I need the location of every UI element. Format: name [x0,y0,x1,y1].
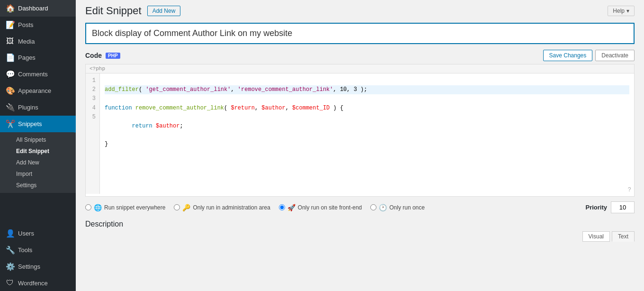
posts-icon: 📝 [6,20,14,29]
clock-icon: 🕐 [379,204,387,211]
text-tab-button[interactable]: Text [612,231,635,242]
code-header: Code PHP Save Changes Deactivate [85,50,635,61]
priority-section: Priority [585,201,635,213]
code-content[interactable]: add_filter( 'get_comment_author_link', '… [100,73,634,194]
code-label: Code PHP [85,52,120,59]
run-option-frontend[interactable]: 🚀 Only run on site front-end [279,204,362,211]
help-label: Help [613,8,625,14]
pages-icon: 📄 [6,53,14,62]
priority-input[interactable] [611,201,635,213]
sidebar-item-dashboard[interactable]: 🏠 Dashboard [0,0,76,17]
tools-icon: 🔧 [6,246,14,255]
sidebar-item-appearance[interactable]: 🎨 Appearance [0,82,76,99]
rocket-icon: 🚀 [287,204,295,211]
sidebar-item-pages[interactable]: 📄 Pages [0,49,76,66]
sidebar-item-wordfence[interactable]: 🛡 Wordfence [0,275,76,291]
code-editor[interactable]: <?php 1 2 3 4 5 add_filter( 'get_comment… [85,64,635,197]
help-button[interactable]: Help ▾ [608,6,635,16]
globe-icon: 🌐 [94,204,102,211]
code-line-2: function remove_comment_author_link( $re… [105,104,629,113]
run-option-admin[interactable]: 🔑 Only run in administration area [174,204,270,211]
comments-icon: 💬 [6,70,14,79]
sidebar-item-label: Appearance [18,87,51,94]
sidebar-item-tools[interactable]: 🔧 Tools [0,242,76,258]
code-line-3: return $author; [105,122,629,131]
media-icon: 🖼 [6,37,14,45]
deactivate-button[interactable]: Deactivate [595,50,635,61]
code-line-1: add_filter( 'get_comment_author_link', '… [105,85,629,94]
priority-label: Priority [585,204,607,211]
radio-once[interactable] [370,204,376,210]
line-numbers: 1 2 3 4 5 [86,73,100,194]
snippet-title-input[interactable] [85,23,635,44]
add-new-button[interactable]: Add New [147,6,181,16]
sidebar-item-label: Pages [18,54,36,61]
description-section: Description Visual Text [85,220,635,242]
sidebar-item-posts[interactable]: 📝 Posts [0,17,76,33]
sidebar-item-label: Users [18,230,34,237]
sidebar-item-label: Comments [18,71,48,78]
code-line-4: } [105,140,629,149]
help-icon[interactable]: ? [628,187,631,193]
submenu-add-new[interactable]: Add New [0,157,76,168]
sidebar-item-users[interactable]: 👤 Users [0,225,76,242]
topbar: Edit Snippet Add New Help ▾ [76,0,644,17]
code-actions: Save Changes Deactivate [543,50,635,61]
sidebar-item-label: Tools [18,246,32,254]
radio-everywhere[interactable] [85,204,91,210]
sidebar-item-label: Settings [18,263,40,270]
run-option-label: Only run on site front-end [298,204,362,211]
sidebar-item-comments[interactable]: 💬 Comments [0,66,76,82]
description-label: Description [85,220,635,228]
php-badge: PHP [106,53,120,59]
plugins-icon: 🔌 [6,103,14,112]
page-title: Edit Snippet [85,5,142,17]
visual-tab-button[interactable]: Visual [582,231,610,242]
submenu-import[interactable]: Import [0,168,76,180]
sidebar-item-settings[interactable]: ⚙️ Settings [0,258,76,275]
snippets-icon: ✂️ [6,119,14,128]
save-changes-button[interactable]: Save Changes [543,50,593,61]
sidebar-item-label: Wordfence [18,280,48,287]
key-icon: 🔑 [182,204,190,211]
sidebar-item-label: Snippets [18,120,42,127]
sidebar-item-plugins[interactable]: 🔌 Plugins [0,99,76,116]
sidebar-item-label: Media [18,38,35,45]
sidebar-item-label: Plugins [18,104,38,111]
radio-frontend[interactable] [279,204,285,210]
code-body: 1 2 3 4 5 add_filter( 'get_comment_autho… [86,73,634,194]
sidebar-item-label: Dashboard [18,5,48,12]
run-option-label: Only run in administration area [193,204,270,211]
settings-icon: ⚙️ [6,262,14,271]
run-option-label: Only run once [389,204,425,211]
sidebar-item-media[interactable]: 🖼 Media [0,33,76,49]
page-title-row: Edit Snippet Add New [85,5,180,17]
code-toolbar: <?php [86,64,634,73]
code-line-5 [105,158,629,167]
description-toolbar: Visual Text [85,231,635,242]
content-area: Code PHP Save Changes Deactivate <?php 1… [76,17,644,291]
sidebar-item-label: Posts [18,21,34,28]
wordfence-icon: 🛡 [6,279,14,287]
submenu-all-snippets[interactable]: All Snippets [0,134,76,146]
sidebar-item-snippets[interactable]: ✂️ Snippets [0,116,76,132]
radio-admin[interactable] [174,204,180,210]
php-comment: <?php [89,66,105,72]
users-icon: 👤 [6,229,14,238]
chevron-down-icon: ▾ [626,8,629,14]
appearance-icon: 🎨 [6,86,14,95]
run-option-once[interactable]: 🕐 Only run once [370,204,425,211]
main-content: Edit Snippet Add New Help ▾ Code PHP Sav… [76,0,644,291]
run-options: 🌐 Run snippet everywhere 🔑 Only run in a… [85,197,635,218]
dashboard-icon: 🏠 [6,4,14,13]
run-option-label: Run snippet everywhere [104,204,165,211]
sidebar: 🏠 Dashboard 📝 Posts 🖼 Media 📄 Pages 💬 Co… [0,0,76,291]
submenu-edit-snippet[interactable]: Edit Snippet [0,146,76,157]
submenu-settings[interactable]: Settings [0,180,76,191]
snippets-submenu: All Snippets Edit Snippet Add New Import… [0,132,76,193]
run-option-everywhere[interactable]: 🌐 Run snippet everywhere [85,204,165,211]
